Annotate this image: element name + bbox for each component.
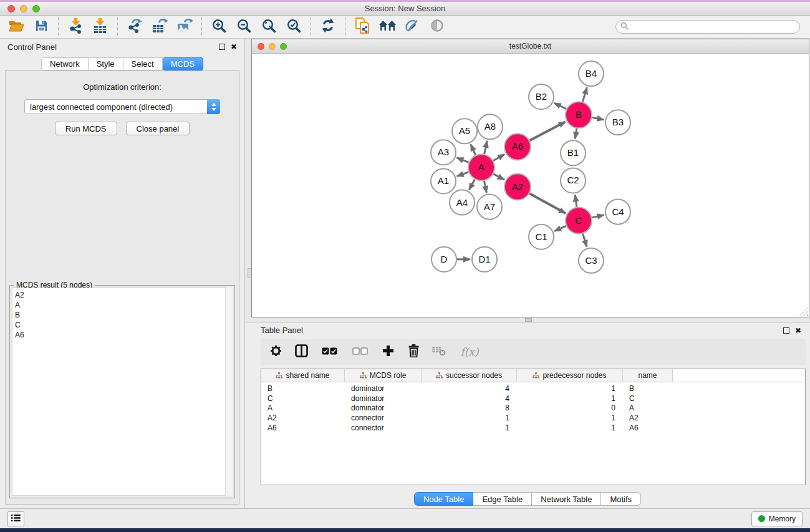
float-table-panel-button[interactable] xyxy=(783,327,789,334)
graph-node-C4[interactable]: C4 xyxy=(605,200,630,225)
close-panel-icon[interactable]: ✖ xyxy=(231,43,237,51)
network-graph[interactable]: B4B2BB3A8A5A6A3B1AA1C2A2A4A7C4CC1DD1C3 xyxy=(252,54,809,317)
network-minimize-button[interactable] xyxy=(269,43,276,50)
graph-node-A7[interactable]: A7 xyxy=(477,195,502,220)
close-panel-button[interactable]: Close panel xyxy=(126,122,190,135)
graph-edge-A-A8[interactable] xyxy=(485,141,488,154)
tab-style[interactable]: Style xyxy=(89,57,123,70)
graph-node-C2[interactable]: C2 xyxy=(561,168,586,193)
graph-node-C3[interactable]: C3 xyxy=(579,248,604,273)
graph-edge-A-A1[interactable] xyxy=(457,172,469,177)
graph-node-C1[interactable]: C1 xyxy=(529,225,554,249)
new-network-from-selection-button[interactable] xyxy=(350,17,375,37)
column-header-predecessor-nodes[interactable]: predecessor nodes xyxy=(517,369,623,382)
tab-motifs[interactable]: Motifs xyxy=(601,492,641,506)
export-table-button[interactable] xyxy=(147,17,172,37)
column-header-mcds-role[interactable]: MCDS role xyxy=(345,369,422,382)
graph-edge-A-A6[interactable] xyxy=(493,154,504,160)
function-builder-button[interactable]: f(x) xyxy=(457,344,482,360)
search-input[interactable] xyxy=(631,22,795,31)
save-session-button[interactable] xyxy=(29,17,54,37)
graph-edge-A-A3[interactable] xyxy=(456,158,468,163)
tab-network[interactable]: Network xyxy=(41,57,89,70)
result-item[interactable]: B xyxy=(15,310,232,320)
unselect-all-columns-button[interactable] xyxy=(350,344,370,360)
graph-node-A8[interactable]: A8 xyxy=(478,114,503,139)
zoom-fit-button[interactable] xyxy=(256,17,281,37)
graph-edge-B-B1[interactable] xyxy=(575,128,576,139)
graph-node-B3[interactable]: B3 xyxy=(605,110,630,135)
graph-node-B4[interactable]: B4 xyxy=(579,61,604,86)
delete-table-button[interactable] xyxy=(432,344,446,360)
tab-mcds[interactable]: MCDS xyxy=(163,57,203,70)
graph-node-A5[interactable]: A5 xyxy=(452,118,477,143)
graph-edge-B-B4[interactable] xyxy=(582,87,587,102)
criterion-dropdown[interactable]: largest connected component (directed) xyxy=(24,99,220,114)
graph-edge-A-A7[interactable] xyxy=(484,181,486,193)
select-all-columns-button[interactable] xyxy=(319,344,339,360)
graph-node-C[interactable]: C xyxy=(566,208,592,234)
graph-edge-A6-B[interactable] xyxy=(530,122,566,140)
graph-edge-C-C2[interactable] xyxy=(575,195,577,206)
close-window-button[interactable] xyxy=(7,5,15,12)
task-history-button[interactable] xyxy=(7,511,24,526)
graph-node-A[interactable]: A xyxy=(468,154,494,180)
graph-node-B[interactable]: B xyxy=(566,102,592,128)
import-table-button[interactable] xyxy=(88,17,113,37)
graph-edge-A-A4[interactable] xyxy=(469,180,475,190)
tab-node-table[interactable]: Node Table xyxy=(414,492,474,506)
search-field[interactable] xyxy=(615,20,800,34)
graph-edge-B-B3[interactable] xyxy=(592,117,604,120)
graph-node-A6[interactable]: A6 xyxy=(504,133,531,160)
memory-button[interactable]: Memory xyxy=(751,511,803,526)
graph-edge-C-C4[interactable] xyxy=(592,215,604,218)
show-column-panel-button[interactable] xyxy=(294,344,309,360)
table-settings-button[interactable] xyxy=(268,344,283,360)
graph-node-B1[interactable]: B1 xyxy=(561,140,586,165)
graph-node-A2[interactable]: A2 xyxy=(504,173,531,200)
graph-node-A1[interactable]: A1 xyxy=(431,168,456,193)
run-mcds-button[interactable]: Run MCDS xyxy=(55,122,117,135)
tab-select[interactable]: Select xyxy=(123,57,163,70)
zoom-selected-button[interactable] xyxy=(281,17,306,37)
result-item[interactable]: A xyxy=(15,300,232,310)
graph-node-A3[interactable]: A3 xyxy=(431,140,456,165)
show-all-button[interactable] xyxy=(425,17,450,37)
delete-column-button[interactable] xyxy=(406,344,421,360)
export-image-button[interactable] xyxy=(172,17,197,37)
table-row[interactable]: Cdominator41C xyxy=(261,394,805,404)
import-network-button[interactable] xyxy=(63,17,88,37)
result-item[interactable]: A2 xyxy=(15,290,232,300)
graph-node-D[interactable]: D xyxy=(432,247,456,272)
graph-node-D1[interactable]: D1 xyxy=(472,247,497,272)
table-row[interactable]: Adominator80A xyxy=(261,403,805,413)
close-table-panel-icon[interactable]: ✖ xyxy=(795,327,801,334)
result-scrollbar[interactable] xyxy=(225,288,233,496)
graph-edge-A-A2[interactable] xyxy=(493,174,504,180)
graph-edge-B-B2[interactable] xyxy=(554,103,566,109)
zoom-in-button[interactable] xyxy=(206,17,231,37)
export-network-button[interactable] xyxy=(122,17,147,37)
apply-layout-button[interactable] xyxy=(316,17,340,37)
first-neighbors-button[interactable] xyxy=(375,17,400,37)
graph-edge-A2-C[interactable] xyxy=(529,193,566,213)
graph-node-A4[interactable]: A4 xyxy=(450,190,475,215)
hide-selected-button[interactable] xyxy=(400,17,425,37)
tab-network-table[interactable]: Network Table xyxy=(532,492,601,506)
table-row[interactable]: Bdominator41B xyxy=(261,384,805,394)
open-session-button[interactable] xyxy=(4,17,29,37)
tab-edge-table[interactable]: Edge Table xyxy=(473,492,532,506)
zoom-window-button[interactable] xyxy=(32,5,40,12)
result-item[interactable]: A6 xyxy=(15,330,232,340)
graph-edge-C-C3[interactable] xyxy=(583,234,587,247)
table-row[interactable]: A6connector11A6 xyxy=(261,423,805,433)
table-row[interactable]: A2connector11A2 xyxy=(261,413,805,423)
create-column-button[interactable] xyxy=(380,344,395,360)
result-item[interactable]: C xyxy=(15,320,232,330)
minimize-window-button[interactable] xyxy=(20,5,27,12)
graph-node-B2[interactable]: B2 xyxy=(529,84,554,109)
network-zoom-button[interactable] xyxy=(280,43,287,50)
column-header-shared-name[interactable]: shared name xyxy=(261,369,345,382)
float-panel-button[interactable] xyxy=(219,44,225,50)
zoom-out-button[interactable] xyxy=(231,17,256,37)
